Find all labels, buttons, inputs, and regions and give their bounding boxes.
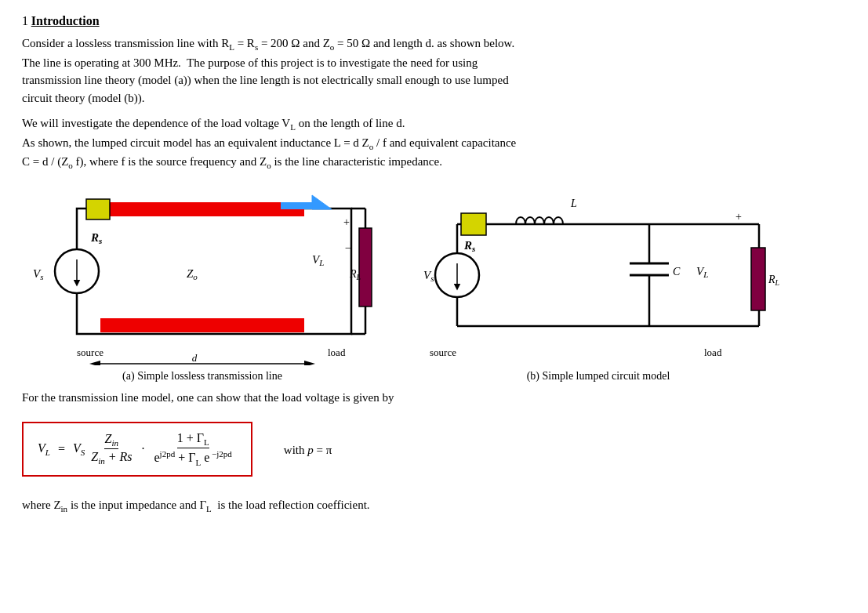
svg-text:C: C [673, 266, 681, 277]
section-number: 1 [22, 14, 28, 27]
svg-text:−: − [345, 242, 351, 254]
svg-text:Rs: Rs [463, 239, 475, 253]
svg-text:Zo: Zo [187, 267, 198, 281]
svg-text:VL: VL [312, 253, 324, 267]
svg-text:RL: RL [768, 274, 780, 287]
diagram-b-caption: (b) Simple lumped circuit model [527, 370, 670, 383]
svg-rect-1 [100, 202, 304, 216]
svg-rect-44 [751, 248, 765, 310]
formula-frac2: 1 + ΓL ej2pd + ΓL e −j2pd [154, 431, 231, 467]
lumped-circuit-svg: Rs L + Vs [406, 185, 790, 365]
svg-text:d: d [192, 352, 198, 364]
svg-text:L: L [570, 198, 577, 209]
diagram-a: Rs Zo VL + − RL Vs source load [22, 185, 383, 383]
formula-intro: For the transmission line model, one can… [22, 389, 846, 407]
svg-text:Rs: Rs [90, 231, 102, 245]
svg-rect-4 [100, 318, 304, 332]
svg-text:VL: VL [696, 265, 708, 279]
svg-text:source: source [77, 346, 104, 358]
svg-rect-3 [281, 202, 312, 209]
diagrams-row: Rs Zo VL + − RL Vs source load [22, 185, 846, 383]
formula-VL: VL [38, 441, 50, 457]
formula-box: VL = VS Zin Zin + Rs · 1 + ΓL ej2pd + ΓL… [22, 422, 252, 477]
paragraph-2: We will investigate the dependence of th… [22, 114, 846, 172]
formula-equals: = [55, 442, 68, 456]
formula-dot: · [138, 442, 147, 456]
svg-rect-13 [359, 228, 372, 306]
svg-marker-23 [89, 361, 100, 365]
svg-text:Vs: Vs [423, 269, 434, 283]
diagram-a-caption: (a) Simple lossless transmission line [122, 370, 282, 383]
transmission-line-svg: Rs Zo VL + − RL Vs source load [22, 185, 383, 365]
svg-marker-24 [304, 361, 315, 365]
formula-frac1: Zin Zin + Rs [91, 432, 132, 466]
svg-rect-0 [77, 209, 351, 334]
svg-rect-31 [461, 213, 486, 235]
svg-text:load: load [704, 346, 722, 358]
svg-rect-7 [86, 199, 110, 219]
svg-text:+: + [343, 216, 350, 228]
paragraph-1: Consider a lossless transmission line wi… [22, 34, 846, 107]
with-p: with p = π [284, 444, 332, 457]
svg-text:load: load [328, 346, 346, 358]
section-header: Introduction [31, 14, 100, 27]
diagram-b: Rs L + Vs [406, 185, 790, 383]
svg-marker-2 [312, 195, 332, 209]
svg-text:Vs: Vs [33, 267, 43, 281]
formula-VS: VS [73, 441, 85, 457]
svg-text:+: + [735, 211, 742, 223]
svg-text:source: source [430, 346, 456, 358]
footnote: where Zin is the input impedance and ΓL … [22, 499, 846, 513]
